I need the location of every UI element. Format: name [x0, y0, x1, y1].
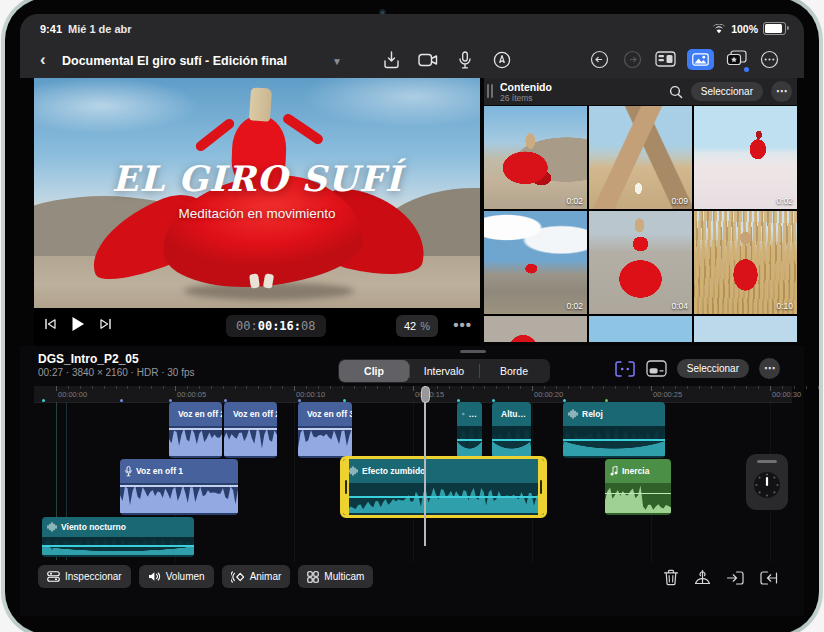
timecode-display[interactable]: 00:00:16:08: [226, 315, 326, 337]
timeline-clip[interactable]: Voz en off 3: [298, 402, 352, 458]
browser-select-button[interactable]: Seleccionar: [691, 82, 763, 101]
microphone-icon[interactable]: [454, 49, 476, 71]
video-viewer[interactable]: EL GIRO SUFÍ Meditación en movimiento: [34, 78, 480, 308]
multicam-button[interactable]: Multicam: [298, 565, 373, 588]
status-date: Mié 1 de abr: [68, 23, 132, 35]
clip-appearance-icon[interactable]: [646, 360, 667, 377]
video-title-overlay: EL GIRO SUFÍ: [34, 158, 480, 199]
pencil-circle-icon[interactable]: [491, 49, 513, 71]
more-icon[interactable]: [758, 48, 780, 70]
thumbnail-duration: 0:02: [566, 196, 583, 206]
timeline-select-button[interactable]: Seleccionar: [677, 359, 749, 378]
thumbnail-duration: 0:09: [671, 196, 688, 206]
skip-forward-icon[interactable]: [99, 318, 112, 330]
overwrite-icon[interactable]: [759, 570, 778, 586]
top-toolbar: ‹ Documental El giro sufí - Edición fina…: [20, 44, 804, 78]
multicam-grid-icon: [307, 571, 319, 583]
ruler-timecode-label: 00:00:00: [58, 390, 87, 399]
timeline-project-info: 00:27 · 3840 × 2160 · HDR · 30 fps: [38, 367, 194, 378]
thumbnail-duration: 0:02: [566, 301, 583, 311]
browser-thumbnail[interactable]: 0:10: [694, 211, 797, 314]
trim-handle-right[interactable]: [538, 459, 544, 515]
battery-icon: [763, 22, 786, 35]
status-right: 100%: [712, 22, 786, 35]
blade-icon[interactable]: [693, 569, 712, 586]
thumbnail-duration: 0:02: [776, 196, 793, 206]
project-title[interactable]: Documental El giro sufí - Edición final: [62, 54, 287, 68]
content-browser-header: Contenido 26 ítems Seleccionar ⋯: [484, 78, 797, 105]
clip-label: Altu…: [501, 409, 526, 419]
clip-label: Inercia: [622, 466, 649, 476]
media-browser-icon[interactable]: [687, 49, 714, 70]
timeline-clip[interactable]: Voz en off 2: [169, 402, 222, 458]
timeline-clip[interactable]: Reloj: [563, 402, 665, 458]
connect-clips-icon[interactable]: [614, 360, 636, 378]
ruler-timecode-label: 00:00:25: [653, 390, 682, 399]
play-button[interactable]: [71, 316, 85, 332]
effects-browser-icon[interactable]: [725, 48, 747, 70]
timeline-clip[interactable]: Viento nocturno: [42, 517, 194, 557]
timeline-clip[interactable]: Efecto zumbido: [340, 456, 547, 518]
browser-thumbnail[interactable]: [694, 316, 797, 342]
viewer-more-icon[interactable]: •••: [453, 316, 472, 333]
browser-thumbnail[interactable]: 0:02: [694, 106, 797, 209]
inspector-button[interactable]: Inspeccionar: [38, 565, 131, 588]
skip-back-icon[interactable]: [44, 318, 57, 330]
timeline-clip[interactable]: Voz en off 1: [120, 459, 238, 515]
toolbar-left-icons: [380, 49, 513, 71]
toolbar-right-icons: [588, 48, 780, 70]
import-icon[interactable]: [380, 49, 402, 71]
timeline-panel: DGS_Intro_P2_05 00:27 · 3840 × 2160 · HD…: [20, 346, 804, 616]
browser-thumbnail[interactable]: 0:02: [484, 211, 587, 314]
animate-button[interactable]: Animar: [222, 565, 291, 588]
selection-mode-segmented-control: Clip Intervalo Borde: [338, 359, 550, 383]
back-button[interactable]: ‹: [40, 50, 46, 70]
thumbnail-duration: 0:10: [776, 301, 793, 311]
clip-label: Voz en off 1: [136, 466, 183, 476]
timeline-actions: [663, 569, 778, 586]
browser-thumbnail[interactable]: 0:02: [484, 106, 587, 209]
playhead[interactable]: [424, 386, 426, 546]
trim-handle-left[interactable]: [343, 459, 349, 515]
redo-icon[interactable]: [621, 48, 643, 70]
playhead-handle[interactable]: [421, 386, 430, 403]
clock: 9:41: [40, 23, 62, 35]
browser-panel-icon[interactable]: [654, 48, 676, 70]
video-subtitle-overlay: Meditación en movimiento: [34, 206, 480, 221]
segment-clip[interactable]: Clip: [339, 360, 409, 382]
search-icon[interactable]: [669, 85, 683, 99]
browser-thumbnail[interactable]: 0:09: [589, 106, 692, 209]
timeline-clip[interactable]: …: [457, 402, 482, 458]
clip-label: Reloj: [582, 409, 603, 419]
insert-icon[interactable]: [726, 570, 745, 586]
browser-thumbnail[interactable]: 0:04: [589, 211, 692, 314]
browser-thumbnail[interactable]: [589, 316, 692, 342]
browser-thumbnail[interactable]: [484, 316, 587, 342]
segment-borde[interactable]: Borde: [479, 360, 549, 382]
timeline-clip[interactable]: Altu…: [492, 402, 531, 458]
title-chevron-down-icon[interactable]: ▼: [332, 56, 342, 67]
keyframe-icon: [231, 571, 245, 583]
volume-button[interactable]: Volumen: [139, 565, 214, 588]
timeline-clip[interactable]: Voz en off 2: [224, 402, 277, 458]
browser-more-icon[interactable]: ⋯: [771, 81, 792, 102]
camera-icon[interactable]: [417, 49, 439, 71]
inspector-icon: [47, 571, 60, 582]
undo-icon[interactable]: [588, 48, 610, 70]
browser-item-count: 26 ítems: [500, 93, 533, 103]
timeline-clip[interactable]: Inercia: [605, 459, 671, 515]
timeline-ruler[interactable]: 00:00:0000:00:0500:00:1000:00:1500:00:20…: [34, 386, 792, 403]
ruler-timecode-label: 00:00:30: [772, 390, 801, 399]
edit-tools: Inspeccionar Volumen Animar Multicam: [38, 565, 373, 588]
viewer-zoom-control[interactable]: 42%: [396, 315, 438, 337]
browser-title: Contenido: [500, 81, 552, 93]
timeline-project-name: DGS_Intro_P2_05: [38, 352, 139, 366]
clip-label: Viento nocturno: [61, 522, 126, 532]
timeline-resize-handle[interactable]: [460, 350, 486, 353]
panel-drag-handle[interactable]: [487, 84, 489, 98]
segment-intervalo[interactable]: Intervalo: [409, 360, 479, 382]
status-left: 9:41Mié 1 de abr: [40, 23, 132, 35]
timeline-more-icon[interactable]: ⋯: [759, 358, 780, 379]
jog-wheel[interactable]: [746, 454, 788, 510]
trash-icon[interactable]: [663, 569, 679, 586]
